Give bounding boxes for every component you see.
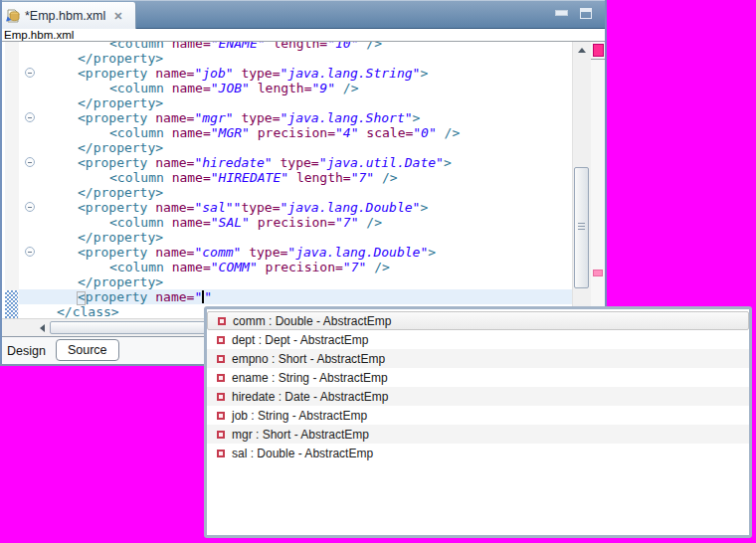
property-icon: [217, 431, 225, 439]
code-line[interactable]: </property>: [0, 51, 572, 66]
completion-item-label: sal : Double - AbstractEmp: [232, 447, 373, 460]
scroll-up-icon[interactable]: [573, 42, 591, 59]
tab-emp-hbm-xml[interactable]: *Emp.hbm.xml ✕: [0, 2, 136, 30]
content-assist-popup: comm : Double - AbstractEmpdept : Dept -…: [204, 306, 752, 538]
code-line[interactable]: <column name="MGR" precision="4" scale="…: [0, 125, 572, 140]
completion-item[interactable]: job : String - AbstractEmp: [207, 406, 749, 425]
code-line[interactable]: <property name="mgr" type="java.lang.Sho…: [0, 110, 572, 125]
window-border-left: [0, 0, 2, 366]
property-icon: [217, 355, 225, 363]
completion-item[interactable]: comm : Double - AbstractEmp: [207, 311, 749, 330]
code-line[interactable]: <column name="JOB" length="9" />: [0, 81, 572, 95]
code-line[interactable]: </property>: [0, 274, 572, 289]
fold-collapse-icon[interactable]: [25, 202, 35, 212]
code-line[interactable]: <property name="hiredate" type="java.uti…: [0, 155, 572, 170]
fold-collapse-icon[interactable]: [25, 68, 35, 78]
vertical-scrollbar-thumb[interactable]: [574, 167, 589, 288]
matching-bracket-highlight: [77, 291, 86, 305]
completion-item[interactable]: dept : Dept - AbstractEmp: [207, 330, 749, 349]
completion-item-label: job : String - AbstractEmp: [232, 409, 367, 423]
tab-source[interactable]: Source: [56, 339, 119, 361]
completion-item-label: hiredate : Date - AbstractEmp: [232, 390, 388, 404]
hibernate-mapping-file-icon: [5, 8, 21, 24]
code-line[interactable]: </property>: [0, 140, 572, 155]
property-icon: [217, 412, 225, 420]
property-icon: [217, 450, 225, 457]
property-icon: [217, 374, 225, 382]
completion-item[interactable]: hiredate : Date - AbstractEmp: [207, 387, 749, 406]
screen-backdrop: *Emp.hbm.xml ✕ Emp.hbm.xml <column name=…: [0, 0, 756, 543]
completion-item-label: comm : Double - AbstractEmp: [233, 314, 391, 328]
tab-design[interactable]: Design: [0, 341, 53, 361]
breadcrumb: Emp.hbm.xml: [4, 29, 74, 41]
vertical-scrollbar[interactable]: [572, 42, 591, 318]
overview-annotation-top[interactable]: [593, 44, 604, 57]
code-line[interactable]: </property>: [0, 230, 572, 245]
property-icon: [217, 393, 225, 401]
completion-item[interactable]: sal : Double - AbstractEmp: [207, 444, 749, 462]
code-area[interactable]: <column name="ENAME" length="10" /></pro…: [0, 42, 572, 318]
code-line[interactable]: <property name="job" type="java.lang.Str…: [0, 66, 572, 81]
code-line[interactable]: <column name="SAL" precision="7" />: [0, 215, 572, 230]
code-line[interactable]: <column name="COMM" precision="7" />: [0, 260, 572, 274]
breadcrumb-bar: Emp.hbm.xml: [0, 29, 607, 42]
fold-collapse-icon[interactable]: [25, 157, 35, 167]
code-line[interactable]: <property name="sal""type="java.lang.Dou…: [0, 200, 572, 215]
maximize-icon[interactable]: [580, 8, 592, 19]
completion-item[interactable]: empno : Short - AbstractEmp: [207, 349, 749, 368]
editor-tab-bar: *Emp.hbm.xml ✕: [0, 0, 607, 29]
completion-item-label: mgr : Short - AbstractEmp: [232, 428, 369, 442]
tab-close-icon[interactable]: ✕: [113, 11, 122, 22]
property-icon: [218, 317, 226, 325]
code-line[interactable]: <column name="HIREDATE" length="7" />: [0, 170, 572, 185]
code-line[interactable]: <column name="ENAME" length="10" />: [0, 42, 572, 51]
code-line[interactable]: <property name="comm" type="java.lang.Do…: [0, 245, 572, 260]
completion-item-label: ename : String - AbstractEmp: [232, 371, 388, 385]
completion-item-label: dept : Dept - AbstractEmp: [232, 333, 368, 347]
completion-item[interactable]: ename : String - AbstractEmp: [207, 368, 749, 387]
scroll-left-icon[interactable]: [34, 320, 50, 336]
fold-collapse-icon[interactable]: [25, 247, 35, 257]
fold-collapse-icon[interactable]: [25, 112, 35, 122]
overview-annotation-bottom[interactable]: [593, 270, 603, 276]
xml-source-editor[interactable]: <column name="ENAME" length="10" /></pro…: [0, 42, 607, 318]
property-icon: [217, 336, 225, 344]
code-line[interactable]: </property>: [0, 95, 572, 110]
code-line[interactable]: <property name="": [0, 289, 572, 304]
tab-title: *Emp.hbm.xml: [25, 9, 105, 23]
minimize-icon[interactable]: [555, 10, 568, 16]
completion-item[interactable]: mgr : Short - AbstractEmp: [207, 425, 749, 444]
completion-item-label: empno : Short - AbstractEmp: [232, 352, 385, 366]
code-line[interactable]: </property>: [0, 185, 572, 200]
